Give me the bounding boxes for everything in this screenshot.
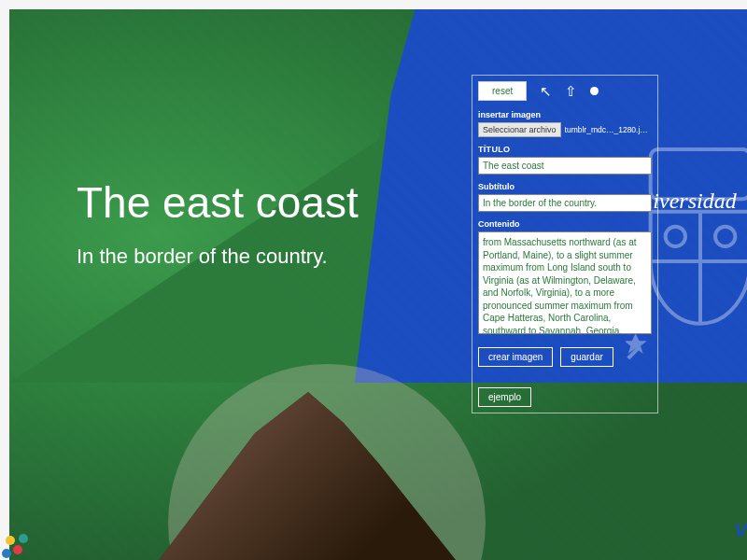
headline-block: The east coast In the border of the coun… (77, 177, 359, 269)
subtitle-field-label: Subtítulo (478, 182, 652, 191)
arrow-up-icon[interactable]: ⇧ (565, 84, 577, 98)
v-mark: V (735, 520, 747, 541)
reset-button[interactable]: reset (478, 81, 527, 101)
editor-panel: reset ↖ ⇧ insertar imagen Seleccionar ar… (472, 75, 658, 413)
subtitle-input[interactable] (478, 194, 652, 212)
circle-icon[interactable] (590, 87, 599, 95)
arrow-nw-icon[interactable]: ↖ (540, 84, 552, 98)
corner-badge (0, 526, 35, 560)
selected-file-name: tumblr_mdc…_1280.jpg (565, 125, 649, 134)
content-field-label: Contenido (478, 219, 652, 229)
title-field-label: TÍTULO (478, 145, 652, 154)
file-select-button[interactable]: Seleccionar archivo (478, 122, 561, 137)
create-image-button[interactable]: crear imagen (478, 347, 553, 367)
headline-subtitle: In the border of the country. (77, 245, 359, 269)
title-input[interactable] (478, 157, 652, 175)
insert-image-label: insertar imagen (478, 110, 652, 119)
file-input-row: Seleccionar archivo tumblr_mdc…_1280.jpg (478, 122, 652, 137)
design-canvas: Universidad The east coast In the border… (9, 9, 747, 560)
example-button[interactable]: ejemplo (478, 387, 531, 407)
headline-title: The east coast (77, 177, 359, 228)
save-button[interactable]: guardar (560, 347, 613, 367)
content-textarea[interactable] (478, 231, 652, 334)
